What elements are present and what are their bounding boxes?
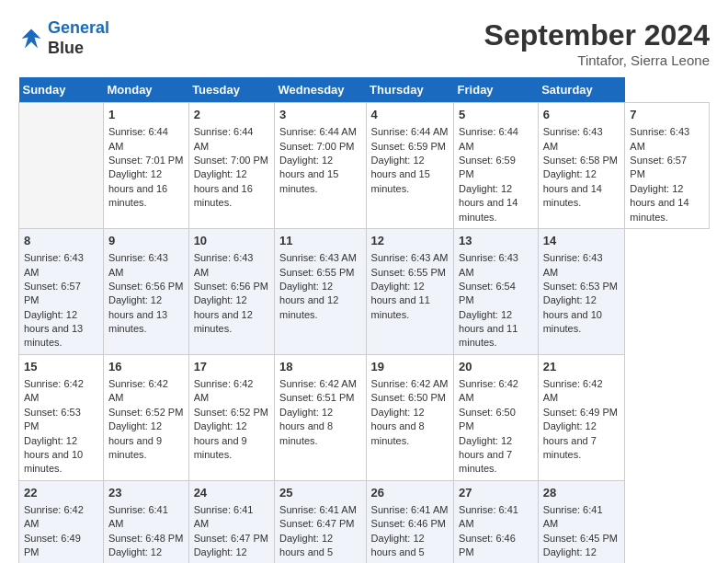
sunrise: Sunrise: 6:43 AM bbox=[108, 252, 168, 277]
day-number: 28 bbox=[543, 485, 620, 501]
week-row-1: 1Sunrise: 6:44 AMSunset: 7:01 PMDaylight… bbox=[19, 103, 710, 229]
day-number: 3 bbox=[279, 107, 361, 123]
day-number: 20 bbox=[459, 359, 533, 375]
daylight: Daylight: 12 hours and 15 minutes. bbox=[371, 155, 430, 194]
daylight: Daylight: 12 hours and 9 minutes. bbox=[194, 420, 247, 460]
col-header-tuesday: Tuesday bbox=[188, 77, 274, 103]
sunrise: Sunrise: 6:42 AM bbox=[459, 378, 518, 403]
sunrise: Sunrise: 6:41 AM bbox=[459, 504, 518, 529]
day-number: 11 bbox=[279, 233, 361, 249]
sunset: Sunset: 6:53 PM bbox=[543, 281, 618, 292]
day-number: 1 bbox=[108, 107, 184, 123]
sunrise: Sunrise: 6:44 AM bbox=[279, 126, 357, 137]
daylight: Daylight: 12 hours and 14 minutes. bbox=[543, 168, 602, 208]
daylight: Daylight: 12 hours and 16 minutes. bbox=[108, 168, 167, 208]
daylight: Daylight: 12 hours and 15 minutes. bbox=[279, 155, 338, 194]
day-number: 16 bbox=[108, 359, 184, 375]
sunrise: Sunrise: 6:43 AM bbox=[194, 252, 254, 277]
calendar-cell: 7Sunrise: 6:43 AMSunset: 6:57 PMDaylight… bbox=[625, 103, 710, 229]
day-number: 19 bbox=[371, 359, 449, 375]
sunset: Sunset: 6:45 PM bbox=[543, 533, 618, 544]
sunrise: Sunrise: 6:44 AM bbox=[459, 126, 518, 151]
sunset: Sunset: 6:57 PM bbox=[630, 155, 687, 179]
sunrise: Sunrise: 6:44 AM bbox=[108, 126, 168, 151]
day-number: 13 bbox=[459, 233, 533, 249]
sunset: Sunset: 6:55 PM bbox=[279, 267, 354, 278]
day-number: 2 bbox=[194, 107, 269, 123]
daylight: Daylight: 12 hours and 7 minutes. bbox=[459, 435, 512, 475]
sunrise: Sunrise: 6:41 AM bbox=[108, 504, 168, 529]
sunrise: Sunrise: 6:43 AM bbox=[543, 252, 603, 277]
sunset: Sunset: 6:54 PM bbox=[459, 281, 516, 305]
sunrise: Sunrise: 6:42 AM bbox=[371, 378, 449, 389]
sunrise: Sunrise: 6:41 AM bbox=[543, 504, 603, 529]
calendar-cell: 5Sunrise: 6:44 AMSunset: 6:59 PMDaylight… bbox=[454, 103, 539, 229]
sunrise: Sunrise: 6:43 AM bbox=[543, 126, 603, 151]
page-header: GeneralBlue September 2024 Tintafor, Sie… bbox=[18, 18, 710, 68]
sunrise: Sunrise: 6:42 AM bbox=[279, 378, 357, 389]
calendar-cell bbox=[19, 103, 104, 229]
day-number: 18 bbox=[279, 359, 361, 375]
daylight: Daylight: 12 hours and 14 minutes. bbox=[459, 183, 518, 223]
calendar-cell: 24Sunrise: 6:41 AMSunset: 6:47 PMDayligh… bbox=[188, 480, 274, 563]
sunset: Sunset: 6:56 PM bbox=[108, 281, 183, 292]
calendar-cell: 10Sunrise: 6:43 AMSunset: 6:56 PMDayligh… bbox=[188, 228, 274, 354]
sunset: Sunset: 6:52 PM bbox=[194, 407, 268, 418]
day-number: 15 bbox=[24, 359, 98, 375]
calendar-cell: 25Sunrise: 6:41 AMSunset: 6:47 PMDayligh… bbox=[275, 480, 367, 563]
day-number: 9 bbox=[108, 233, 184, 249]
daylight: Daylight: 12 hours and 8 minutes. bbox=[371, 407, 425, 446]
sunrise: Sunrise: 6:43 AM bbox=[459, 252, 518, 277]
day-number: 8 bbox=[24, 233, 98, 249]
sunrise: Sunrise: 6:44 AM bbox=[371, 126, 449, 137]
calendar-cell: 16Sunrise: 6:42 AMSunset: 6:52 PMDayligh… bbox=[103, 354, 188, 480]
col-header-friday: Friday bbox=[454, 77, 539, 103]
sunrise: Sunrise: 6:43 AM bbox=[371, 252, 449, 263]
daylight: Daylight: 12 hours and 10 minutes. bbox=[24, 435, 83, 475]
day-number: 17 bbox=[194, 359, 269, 375]
day-number: 23 bbox=[108, 485, 184, 501]
sunrise: Sunrise: 6:43 AM bbox=[630, 126, 689, 151]
week-row-2: 8Sunrise: 6:43 AMSunset: 6:57 PMDaylight… bbox=[19, 228, 710, 354]
sunset: Sunset: 6:52 PM bbox=[108, 407, 183, 418]
week-row-4: 22Sunrise: 6:42 AMSunset: 6:49 PMDayligh… bbox=[19, 480, 710, 563]
daylight: Daylight: 12 hours and 9 minutes. bbox=[108, 420, 162, 460]
sunrise: Sunrise: 6:42 AM bbox=[24, 504, 84, 529]
day-number: 24 bbox=[194, 485, 269, 501]
calendar-cell: 18Sunrise: 6:42 AMSunset: 6:51 PMDayligh… bbox=[275, 354, 367, 480]
calendar-cell: 23Sunrise: 6:41 AMSunset: 6:48 PMDayligh… bbox=[103, 480, 188, 563]
sunset: Sunset: 6:51 PM bbox=[279, 392, 354, 403]
logo-icon bbox=[18, 26, 44, 52]
daylight: Daylight: 12 hours and 13 minutes. bbox=[24, 309, 83, 349]
sunrise: Sunrise: 6:43 AM bbox=[279, 252, 357, 263]
sunrise: Sunrise: 6:43 AM bbox=[24, 252, 84, 277]
title-block: September 2024 Tintafor, Sierra Leone bbox=[484, 18, 710, 68]
sunset: Sunset: 7:01 PM bbox=[108, 155, 183, 166]
calendar-cell: 4Sunrise: 6:44 AMSunset: 6:59 PMDaylight… bbox=[366, 103, 453, 229]
daylight: Daylight: 12 hours and 11 minutes. bbox=[371, 281, 430, 320]
sunset: Sunset: 7:00 PM bbox=[279, 141, 354, 152]
day-number: 4 bbox=[371, 107, 449, 123]
month-title: September 2024 bbox=[484, 18, 710, 52]
day-number: 10 bbox=[194, 233, 269, 249]
calendar-cell: 28Sunrise: 6:41 AMSunset: 6:45 PMDayligh… bbox=[538, 480, 625, 563]
calendar-cell: 12Sunrise: 6:43 AMSunset: 6:55 PMDayligh… bbox=[366, 228, 453, 354]
col-header-sunday: Sunday bbox=[19, 77, 104, 103]
daylight: Daylight: 12 hours and 8 minutes. bbox=[279, 407, 333, 446]
calendar-cell: 15Sunrise: 6:42 AMSunset: 6:53 PMDayligh… bbox=[19, 354, 104, 480]
daylight: Daylight: 12 hours and 6 minutes. bbox=[108, 546, 162, 563]
sunset: Sunset: 6:56 PM bbox=[194, 281, 268, 292]
sunset: Sunset: 6:50 PM bbox=[459, 407, 516, 431]
week-row-3: 15Sunrise: 6:42 AMSunset: 6:53 PMDayligh… bbox=[19, 354, 710, 480]
calendar-cell: 8Sunrise: 6:43 AMSunset: 6:57 PMDaylight… bbox=[19, 228, 104, 354]
daylight: Daylight: 12 hours and 12 minutes. bbox=[279, 281, 338, 320]
sunrise: Sunrise: 6:41 AM bbox=[279, 504, 357, 515]
day-number: 25 bbox=[279, 485, 361, 501]
calendar-cell: 3Sunrise: 6:44 AMSunset: 7:00 PMDaylight… bbox=[275, 103, 367, 229]
sunrise: Sunrise: 6:44 AM bbox=[194, 126, 254, 151]
sunset: Sunset: 6:57 PM bbox=[24, 281, 81, 305]
calendar-cell: 17Sunrise: 6:42 AMSunset: 6:52 PMDayligh… bbox=[188, 354, 274, 480]
daylight: Daylight: 12 hours and 5 minutes. bbox=[279, 533, 333, 563]
col-header-wednesday: Wednesday bbox=[275, 77, 367, 103]
daylight: Daylight: 12 hours and 11 minutes. bbox=[459, 309, 518, 349]
